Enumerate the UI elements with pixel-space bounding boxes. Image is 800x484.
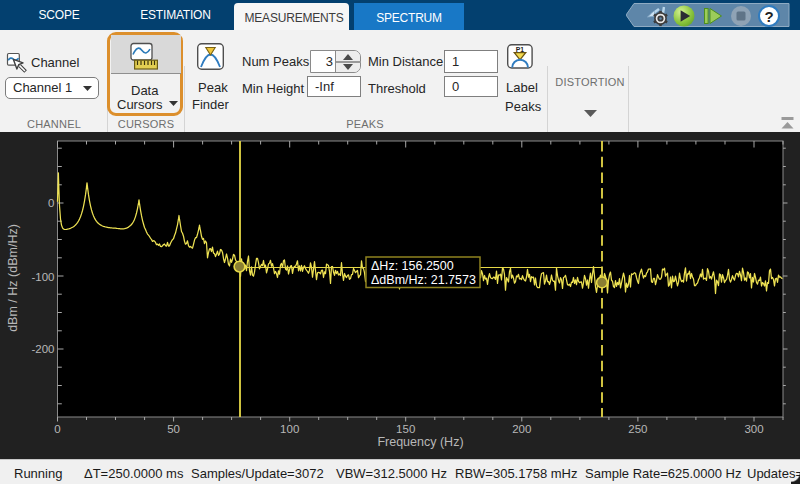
svg-text:ΔHz: 156.2500: ΔHz: 156.2500 bbox=[371, 259, 454, 273]
svg-text:-100: -100 bbox=[31, 271, 54, 283]
svg-text:50: 50 bbox=[167, 423, 180, 435]
svg-text:250: 250 bbox=[628, 423, 647, 435]
svg-text:300: 300 bbox=[744, 423, 763, 435]
svg-text:ΔdBm/Hz: 21.7573: ΔdBm/Hz: 21.7573 bbox=[371, 273, 476, 287]
svg-text:-200: -200 bbox=[31, 343, 54, 355]
svg-text:?: ? bbox=[764, 8, 773, 25]
svg-text:Frequency (Hz): Frequency (Hz) bbox=[377, 435, 463, 449]
svg-text:200: 200 bbox=[512, 423, 531, 435]
svg-text:0: 0 bbox=[54, 423, 60, 435]
svg-text:dBm / Hz (dBm/Hz): dBm / Hz (dBm/Hz) bbox=[6, 224, 20, 332]
svg-text:100: 100 bbox=[280, 423, 299, 435]
svg-text:0: 0 bbox=[48, 197, 54, 209]
svg-text:150: 150 bbox=[396, 423, 415, 435]
